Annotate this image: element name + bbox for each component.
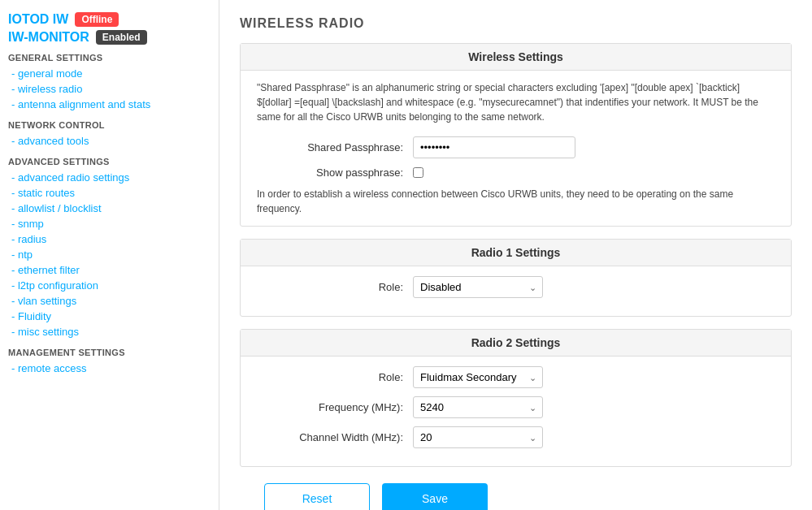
radio1-body: Role: Disabled Fluidmax Primary Fluidmax… xyxy=(241,266,791,316)
passphrase-input[interactable] xyxy=(413,136,575,158)
brand2-row: IW-MONITOR Enabled xyxy=(8,30,211,45)
sidebar-item-wireless-radio[interactable]: - wireless radio xyxy=(8,81,211,97)
show-passphrase-checkbox[interactable] xyxy=(413,167,423,178)
frequency-note: In order to establish a wireless connect… xyxy=(257,187,775,216)
page-title: WIRELESS RADIO xyxy=(240,16,792,31)
radio2-frequency-row: Frequency (MHz): 5180 5200 5220 5240 526… xyxy=(257,396,775,418)
radio2-frequency-label: Frequency (MHz): xyxy=(257,401,403,413)
wireless-settings-body: "Shared Passphrase" is an alphanumeric s… xyxy=(241,71,791,226)
brand2-badge: Enabled xyxy=(96,30,147,45)
sidebar-item-remote-access[interactable]: - remote access xyxy=(8,361,211,376)
sidebar-item-advanced-radio-settings[interactable]: - advanced radio settings xyxy=(8,170,211,185)
network-control-label: NETWORK CONTROL xyxy=(8,120,211,130)
radio2-header: Radio 2 Settings xyxy=(241,330,791,357)
sidebar-item-l2tp-configuration[interactable]: - l2tp configuration xyxy=(8,278,211,293)
radio2-frequency-select-wrapper: 5180 5200 5220 5240 5260 5280 5300 5320 … xyxy=(413,396,543,418)
radio1-role-label: Role: xyxy=(257,281,403,293)
wireless-settings-card: Wireless Settings "Shared Passphrase" is… xyxy=(240,43,792,227)
general-settings-label: GENERAL SETTINGS xyxy=(8,53,211,63)
button-row: Reset Save xyxy=(240,483,792,510)
sidebar-item-advanced-tools[interactable]: - advanced tools xyxy=(8,133,211,149)
radio2-channel-width-label: Channel Width (MHz): xyxy=(257,431,403,443)
sidebar-item-snmp[interactable]: - snmp xyxy=(8,216,211,231)
brand2-label: IW-MONITOR xyxy=(8,30,89,45)
radio2-role-label: Role: xyxy=(257,371,403,383)
main-content: WIRELESS RADIO Wireless Settings "Shared… xyxy=(219,0,812,510)
save-button[interactable]: Save xyxy=(382,483,488,510)
sidebar-item-misc-settings[interactable]: - misc settings xyxy=(8,324,211,339)
brand1-label: IOTOD IW xyxy=(8,12,68,27)
advanced-settings-label: ADVANCED SETTINGS xyxy=(8,157,211,166)
show-passphrase-label: Show passphrase: xyxy=(257,166,403,179)
sidebar-item-ethernet-filter[interactable]: - ethernet filter xyxy=(8,262,211,278)
management-settings-label: MANAGEMENT SETTINGS xyxy=(8,348,211,357)
sidebar-item-antenna-alignment[interactable]: - antenna alignment and stats xyxy=(8,97,211,112)
radio2-settings-card: Radio 2 Settings Role: Disabled Fluidmax… xyxy=(240,329,792,467)
passphrase-label: Shared Passphrase: xyxy=(257,141,403,153)
sidebar-item-static-routes[interactable]: - static routes xyxy=(8,185,211,201)
radio2-role-select-wrapper: Disabled Fluidmax Primary Fluidmax Secon… xyxy=(413,366,543,388)
sidebar-item-vlan-settings[interactable]: - vlan settings xyxy=(8,293,211,309)
radio2-channel-width-select[interactable]: 20 40 80 xyxy=(413,426,543,448)
sidebar-item-fluidity[interactable]: - Fluidity xyxy=(8,309,211,324)
radio1-role-row: Role: Disabled Fluidmax Primary Fluidmax… xyxy=(257,276,775,298)
reset-button[interactable]: Reset xyxy=(264,483,370,510)
radio2-channel-width-select-wrapper: 20 40 80 ⌄ xyxy=(413,426,543,448)
radio2-frequency-select[interactable]: 5180 5200 5220 5240 5260 5280 5300 5320 xyxy=(413,396,543,418)
sidebar: IOTOD IW Offline IW-MONITOR Enabled GENE… xyxy=(0,0,219,510)
radio1-settings-card: Radio 1 Settings Role: Disabled Fluidmax… xyxy=(240,239,792,317)
wireless-settings-header: Wireless Settings xyxy=(241,44,791,71)
sidebar-item-allowlist-blocklist[interactable]: - allowlist / blocklist xyxy=(8,201,211,216)
brand1-row: IOTOD IW Offline xyxy=(8,12,211,27)
radio2-role-row: Role: Disabled Fluidmax Primary Fluidmax… xyxy=(257,366,775,388)
wireless-description: "Shared Passphrase" is an alphanumeric s… xyxy=(257,80,775,124)
sidebar-item-general-mode[interactable]: - general mode xyxy=(8,66,211,81)
sidebar-item-radius[interactable]: - radius xyxy=(8,231,211,247)
radio2-channel-width-row: Channel Width (MHz): 20 40 80 ⌄ xyxy=(257,426,775,448)
show-passphrase-row: Show passphrase: xyxy=(257,166,775,179)
brand1-badge: Offline xyxy=(75,12,119,27)
radio1-role-select-wrapper: Disabled Fluidmax Primary Fluidmax Secon… xyxy=(413,276,543,298)
sidebar-item-ntp[interactable]: - ntp xyxy=(8,247,211,262)
passphrase-row: Shared Passphrase: xyxy=(257,136,775,158)
radio1-role-select[interactable]: Disabled Fluidmax Primary Fluidmax Secon… xyxy=(413,276,543,298)
radio2-body: Role: Disabled Fluidmax Primary Fluidmax… xyxy=(241,357,791,466)
radio2-role-select[interactable]: Disabled Fluidmax Primary Fluidmax Secon… xyxy=(413,366,543,388)
radio1-header: Radio 1 Settings xyxy=(241,240,791,266)
